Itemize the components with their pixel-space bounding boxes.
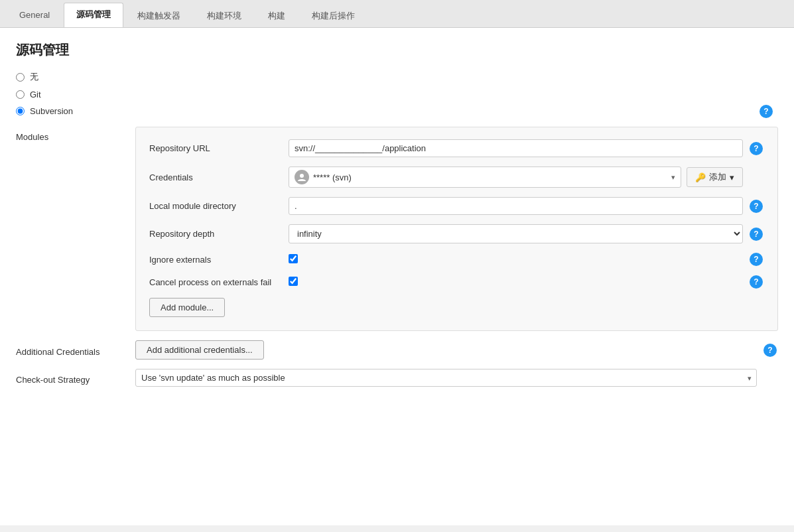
radio-subversion-input[interactable] <box>16 107 25 115</box>
radio-none-input[interactable] <box>16 73 25 82</box>
tabs-bar: General 源码管理 构建触发器 构建环境 构建 构建后操作 <box>0 0 794 28</box>
repo-url-help-icon[interactable]: ? <box>750 142 763 155</box>
credentials-wrapper: ***** (svn) ▾ 🔑 添加 ▾ <box>289 166 743 188</box>
local-dir-help-icon[interactable]: ? <box>750 200 763 213</box>
ignore-externals-help-icon[interactable]: ? <box>750 253 763 266</box>
add-credentials-button[interactable]: 🔑 添加 ▾ <box>687 167 743 187</box>
cancel-process-checkbox[interactable] <box>289 277 298 286</box>
add-additional-credentials-button[interactable]: Add additional credentials... <box>135 340 264 360</box>
repo-url-control <box>289 139 743 157</box>
credentials-row: Credentials ***** (svn) ▾ <box>149 166 764 188</box>
cred-dropdown-arrow: ▾ <box>671 173 675 182</box>
additional-credentials-content: Add additional credentials... <box>135 340 757 360</box>
ignore-externals-control <box>289 254 743 265</box>
credentials-control: ***** (svn) ▾ 🔑 添加 ▾ <box>289 166 743 188</box>
repo-url-row: Repository URL ? <box>149 139 764 157</box>
repo-url-help: ? <box>750 142 764 155</box>
ignore-externals-row: Ignore externals ? <box>149 253 764 266</box>
add-module-button[interactable]: Add module... <box>149 298 225 317</box>
tab-build[interactable]: 构建 <box>255 4 298 27</box>
checkout-strategy-label: Check-out Strategy <box>16 371 135 385</box>
page-title: 源码管理 <box>16 41 778 59</box>
tab-build-env[interactable]: 构建环境 <box>194 4 254 27</box>
radio-none[interactable]: 无 <box>16 71 778 83</box>
radio-subversion[interactable]: Subversion ? <box>16 106 778 116</box>
repo-depth-label: Repository depth <box>149 229 289 239</box>
repo-depth-row: Repository depth infinity empty files im… <box>149 224 764 243</box>
additional-credentials-label: Additional Credentials <box>16 343 135 357</box>
repo-depth-help-icon[interactable]: ? <box>750 228 763 241</box>
modules-content: Repository URL ? Credentials <box>135 127 778 331</box>
tab-build-triggers[interactable]: 构建触发器 <box>125 4 193 27</box>
tab-general[interactable]: General <box>7 4 62 27</box>
checkout-strategy-select[interactable]: Use 'svn update' as much as possible Alw… <box>135 369 757 387</box>
radio-git-input[interactable] <box>16 90 25 99</box>
ignore-externals-help: ? <box>750 253 764 266</box>
cancel-process-control <box>289 277 743 288</box>
cred-avatar <box>295 170 309 184</box>
local-dir-control <box>289 197 743 215</box>
radio-none-label: 无 <box>30 71 38 83</box>
checkout-strategy-content: Use 'svn update' as much as possible Alw… <box>135 369 757 387</box>
additional-credentials-help-icon[interactable]: ? <box>763 344 777 357</box>
checkout-strategy-row: Check-out Strategy Use 'svn update' as m… <box>16 369 778 387</box>
tab-source-management[interactable]: 源码管理 <box>64 3 123 27</box>
radio-git[interactable]: Git <box>16 90 778 100</box>
radio-git-label: Git <box>30 90 41 100</box>
add-btn-arrow: ▾ <box>730 172 734 182</box>
repo-depth-control: infinity empty files immediates <box>289 224 743 243</box>
repo-url-label: Repository URL <box>149 143 289 153</box>
local-dir-row: Local module directory ? <box>149 197 764 215</box>
modules-label: Modules <box>16 127 135 142</box>
local-dir-label: Local module directory <box>149 201 289 211</box>
credentials-label: Credentials <box>149 172 289 182</box>
subversion-help-icon[interactable]: ? <box>760 105 773 118</box>
cancel-process-help: ? <box>750 275 764 289</box>
repo-depth-select[interactable]: infinity empty files immediates <box>289 224 743 243</box>
key-icon: 🔑 <box>695 172 706 182</box>
cancel-process-help-icon[interactable]: ? <box>750 275 763 289</box>
tab-post-build[interactable]: 构建后操作 <box>299 4 367 27</box>
credentials-select[interactable]: ***** (svn) ▾ <box>289 166 681 188</box>
add-btn-text: 添加 <box>709 171 726 183</box>
cancel-process-label: Cancel process on externals fail <box>149 277 289 287</box>
local-dir-help: ? <box>750 200 764 213</box>
add-module-row: Add module... <box>149 298 764 317</box>
cancel-process-row: Cancel process on externals fail ? <box>149 275 764 289</box>
cred-text: ***** (svn) <box>313 172 671 182</box>
radio-subversion-label: Subversion <box>30 106 73 116</box>
page-content: 源码管理 无 Git Subversion ? Modules Reposito… <box>0 28 794 525</box>
svg-point-0 <box>300 174 304 178</box>
repo-depth-help: ? <box>750 228 764 241</box>
modules-section: Modules Repository URL ? Credentials <box>16 127 778 331</box>
local-dir-input[interactable] <box>289 197 743 215</box>
ignore-externals-label: Ignore externals <box>149 255 289 265</box>
repo-url-input[interactable] <box>289 139 743 157</box>
ignore-externals-checkbox[interactable] <box>289 254 298 263</box>
checkout-select-wrapper: Use 'svn update' as much as possible Alw… <box>135 369 757 387</box>
additional-credentials-row: Additional Credentials Add additional cr… <box>16 340 778 360</box>
